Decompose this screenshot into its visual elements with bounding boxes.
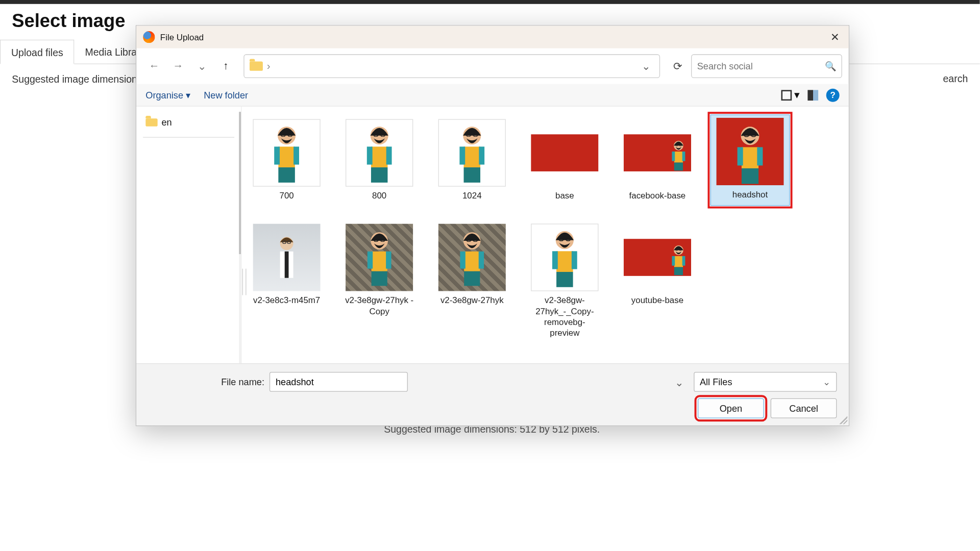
file-item-headshot[interactable]: headshot: [710, 114, 790, 206]
back-icon[interactable]: ←: [143, 55, 165, 78]
file-item-700[interactable]: 700: [247, 114, 327, 206]
preview-pane-icon[interactable]: [807, 90, 818, 101]
view-mode-button[interactable]: ▾: [781, 89, 799, 102]
search-input[interactable]: [697, 61, 825, 71]
organise-menu[interactable]: Organise▾: [145, 90, 190, 101]
window-top-edge: [0, 0, 980, 4]
folder-tree: en: [136, 107, 241, 363]
firefox-icon: [143, 31, 155, 43]
file-item-800[interactable]: 800: [339, 114, 419, 206]
cancel-button[interactable]: Cancel: [771, 398, 837, 418]
file-item-v2-3e8gw-27hyk[interactable]: v2-3e8gw-27hyk: [432, 219, 512, 343]
file-upload-dialog: File Upload ✕ ← → ⌄ ↑ › ⌄ ⟳ 🔍 Organise▾ …: [136, 25, 849, 426]
filename-label: File name:: [221, 377, 264, 387]
file-grid: 700 800 1024 base: [241, 107, 849, 363]
close-icon[interactable]: ✕: [823, 26, 846, 48]
file-item-youtube-base[interactable]: youtube-base: [618, 219, 697, 343]
new-folder-button[interactable]: New folder: [204, 90, 248, 101]
file-item-v2-3e8gw-27hyk-copy[interactable]: v2-3e8gw-27hyk - Copy: [339, 219, 419, 343]
breadcrumb-dropdown-icon[interactable]: ⌄: [638, 60, 654, 72]
svg-rect-8: [285, 252, 289, 278]
search-icon[interactable]: 🔍: [825, 61, 836, 71]
breadcrumb-separator: ›: [267, 60, 271, 72]
view-icon: [781, 90, 792, 101]
open-button[interactable]: Open: [698, 398, 764, 418]
chevron-down-icon: ▾: [186, 90, 190, 101]
file-item-1024[interactable]: 1024: [432, 114, 512, 206]
sidebar-folder-en[interactable]: en: [142, 114, 236, 130]
file-item-base[interactable]: base: [525, 114, 605, 206]
chevron-down-icon: ▾: [794, 89, 799, 102]
dialog-footer: File name: ⌄ All Files ⌄ Open Cancel: [136, 363, 849, 425]
splitter-handle[interactable]: [242, 269, 247, 295]
toolbar: Organise▾ New folder ▾ ?: [136, 84, 849, 107]
dialog-title: File Upload: [160, 32, 204, 42]
sidebar-item-label: en: [161, 117, 172, 128]
file-item-facebook-base[interactable]: facebook-base: [618, 114, 697, 206]
background-search-fragment: earch: [943, 73, 968, 84]
refresh-icon[interactable]: ⟳: [669, 56, 685, 77]
chevron-down-icon: ⌄: [823, 377, 831, 387]
folder-icon: [250, 62, 263, 71]
chevron-down-icon[interactable]: ⌄: [675, 377, 683, 389]
tab-upload-files[interactable]: Upload files: [0, 40, 75, 64]
dialog-titlebar: File Upload ✕: [136, 26, 849, 48]
breadcrumb[interactable]: › ⌄: [243, 54, 660, 78]
nav-row: ← → ⌄ ↑ › ⌄ ⟳ 🔍: [136, 48, 849, 84]
recent-locations-icon[interactable]: ⌄: [191, 55, 213, 78]
resize-grip[interactable]: [840, 416, 848, 424]
up-icon[interactable]: ↑: [214, 55, 237, 78]
file-type-filter[interactable]: All Files ⌄: [694, 372, 837, 392]
dialog-body: en: [136, 107, 849, 363]
filename-input[interactable]: [270, 372, 408, 392]
sidebar-divider: [143, 137, 234, 137]
folder-icon: [145, 118, 157, 127]
file-item-v2-3e8gw-27hyk-removebg[interactable]: v2-3e8gw-27hyk_-_Copy-removebg-preview: [525, 219, 605, 343]
forward-icon[interactable]: →: [167, 55, 189, 78]
file-item-v2-3e8c3-m45m7[interactable]: v2-3e8c3-m45m7: [247, 219, 327, 343]
search-input-wrap: 🔍: [691, 54, 842, 78]
help-icon[interactable]: ?: [826, 88, 840, 102]
